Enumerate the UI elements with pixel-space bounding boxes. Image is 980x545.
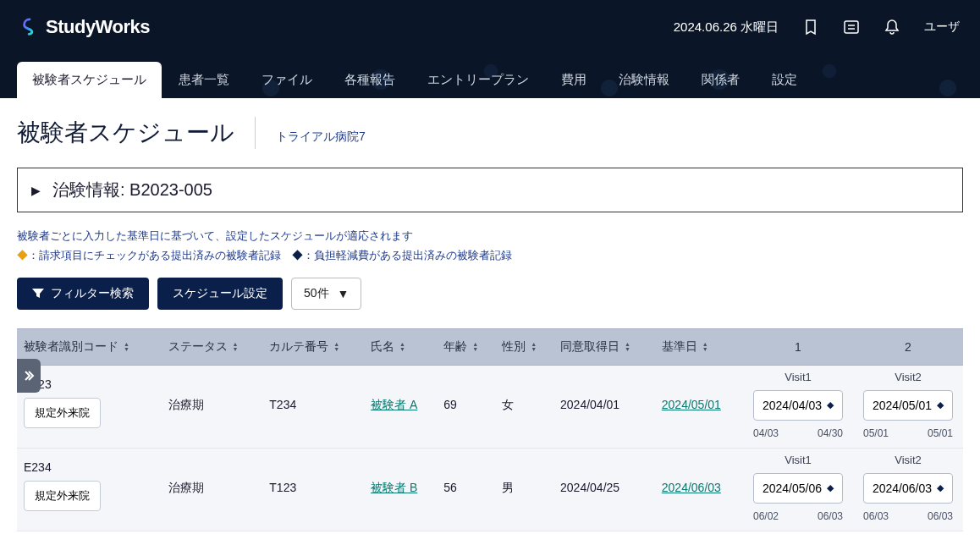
filter-search-button[interactable]: フィルター検索 <box>17 278 149 310</box>
sex-cell: 女 <box>495 365 553 448</box>
sort-icon: ▲▼ <box>233 342 239 352</box>
visit-date-button[interactable]: 2024/06/03 ◆ <box>863 473 953 504</box>
sort-icon: ▲▼ <box>531 342 537 352</box>
age-cell: 56 <box>437 448 495 531</box>
visit-cell: Visit12024/04/03 ◆04/0304/30 <box>743 365 853 448</box>
subject-code: E123 <box>24 377 155 391</box>
col-header-2[interactable]: カルテ番号 ▲▼ <box>262 328 364 365</box>
chevron-down-icon: ▼ <box>338 287 350 300</box>
tab-7[interactable]: 関係者 <box>686 62 755 98</box>
play-icon: ▶ <box>31 184 41 197</box>
visit-date-button[interactable]: 2024/05/01 ◆ <box>863 390 953 421</box>
visit-cell: Visit22024/06/03 ◆06/0306/03 <box>853 448 963 531</box>
bell-icon[interactable] <box>884 19 900 36</box>
name-cell: 被験者 B <box>364 448 437 531</box>
sort-icon: ▲▼ <box>333 342 339 352</box>
diamond-icon: ◆ <box>937 482 944 493</box>
col-header-4[interactable]: 年齢 ▲▼ <box>437 328 495 365</box>
page-size-select[interactable]: 50件 ▼ <box>291 278 361 310</box>
status-cell: 治療期 <box>162 448 263 531</box>
app-logo: StudyWorks <box>20 16 150 38</box>
tab-1[interactable]: 患者一覧 <box>163 62 245 98</box>
visit-range: 05/0105/01 <box>860 427 956 439</box>
visit-date-button[interactable]: 2024/04/03 ◆ <box>753 390 843 421</box>
schedule-settings-button[interactable]: スケジュール設定 <box>157 278 283 310</box>
sort-icon: ▲▼ <box>399 342 405 352</box>
filter-label: フィルター検索 <box>51 286 134 301</box>
table-row: E234規定外来院治療期T123被験者 B56男2024/04/252024/0… <box>17 448 963 531</box>
subject-code: E234 <box>24 460 155 474</box>
filter-icon <box>32 289 44 299</box>
sort-icon: ▲▼ <box>472 342 478 352</box>
trial-info-banner[interactable]: ▶ 治験情報: B2023-005 <box>17 168 963 212</box>
table-header-row: 被験者識別コード ▲▼ステータス ▲▼カルテ番号 ▲▼氏名 ▲▼年齢 ▲▼性別 … <box>17 328 963 365</box>
tab-2[interactable]: ファイル <box>246 62 328 98</box>
tab-8[interactable]: 設定 <box>757 62 812 98</box>
page-size-value: 50件 <box>304 286 329 301</box>
tab-4[interactable]: エントリープラン <box>412 62 544 98</box>
code-cell: E234規定外来院 <box>17 448 162 531</box>
visit-name: Visit1 <box>750 454 846 466</box>
visit-name: Visit1 <box>750 371 846 383</box>
reference-date-link[interactable]: 2024/05/01 <box>662 374 721 411</box>
karte-cell: T234 <box>262 365 364 448</box>
visit-cell: Visit12024/05/06 ◆06/0206/03 <box>743 448 853 531</box>
col-header-5[interactable]: 性別 ▲▼ <box>495 328 553 365</box>
hospital-name: トライアル病院7 <box>276 129 366 145</box>
karte-cell: T123 <box>262 448 364 531</box>
visit-cell: Visit22024/05/01 ◆05/0105/01 <box>853 365 963 448</box>
tab-3[interactable]: 各種報告 <box>329 62 410 98</box>
visit-name: Visit2 <box>860 371 956 383</box>
unscheduled-visit-button[interactable]: 規定外来院 <box>24 398 101 428</box>
visit-range: 06/0306/03 <box>860 510 956 522</box>
page-title: 被験者スケジュール <box>17 117 256 149</box>
tab-0[interactable]: 被験者スケジュール <box>17 62 162 98</box>
col-header-6[interactable]: 同意取得日 ▲▼ <box>553 328 655 365</box>
reference-date-link[interactable]: 2024/06/03 <box>662 457 721 494</box>
subject-name-link[interactable]: 被験者 B <box>371 457 417 496</box>
tab-5[interactable]: 費用 <box>546 62 602 98</box>
col-header-7[interactable]: 基準日 ▲▼ <box>655 328 743 365</box>
status-cell: 治療期 <box>162 365 263 448</box>
diamond-icon: ◆ <box>827 482 834 493</box>
diamond-blue-icon: ◆ <box>292 249 303 261</box>
consent-cell: 2024/04/01 <box>553 365 655 448</box>
sort-icon: ▲▼ <box>124 342 129 352</box>
table-row: E123規定外来院治療期T234被験者 A69女2024/04/012024/0… <box>17 365 963 448</box>
chevron-right-double-icon <box>23 370 35 382</box>
note-text: 被験者ごとに入力した基準日に基づいて、設定したスケジュールが適応されます ◆：請… <box>17 226 963 266</box>
col-header-9[interactable]: 2 <box>853 328 963 365</box>
col-header-1[interactable]: ステータス ▲▼ <box>162 328 263 365</box>
note-line-1: 被験者ごとに入力した基準日に基づいて、設定したスケジュールが適応されます <box>17 226 963 245</box>
bookmark-icon[interactable] <box>802 19 819 36</box>
trial-info-text: 治験情報: B2023-005 <box>52 179 212 201</box>
unscheduled-visit-button[interactable]: 規定外来院 <box>24 481 101 511</box>
note-line-2b: ：負担軽減費がある提出済みの被験者記録 <box>303 249 512 261</box>
visit-range: 06/0206/03 <box>750 510 846 522</box>
schedule-label: スケジュール設定 <box>173 286 267 301</box>
header-date: 2024.06.26 水曜日 <box>674 19 779 36</box>
refdate-cell: 2024/06/03 <box>655 448 743 531</box>
schedule-table: 被験者識別コード ▲▼ステータス ▲▼カルテ番号 ▲▼氏名 ▲▼年齢 ▲▼性別 … <box>17 328 963 531</box>
subject-name-link[interactable]: 被験者 A <box>371 374 417 413</box>
col-header-8[interactable]: 1 <box>743 328 853 365</box>
page-title-row: 被験者スケジュール トライアル病院7 <box>17 117 963 149</box>
consent-cell: 2024/04/25 <box>553 448 655 531</box>
logo-icon <box>20 18 39 36</box>
app-header: StudyWorks 2024.06.26 水曜日 ユーザ <box>0 0 980 54</box>
name-cell: 被験者 A <box>364 365 437 448</box>
notes-icon[interactable] <box>843 19 860 36</box>
toolbar: フィルター検索 スケジュール設定 50件 ▼ <box>17 278 963 310</box>
table-body: E123規定外来院治療期T234被験者 A69女2024/04/012024/0… <box>17 365 963 531</box>
user-menu[interactable]: ユーザ <box>924 19 960 35</box>
visit-range: 04/0304/30 <box>750 427 846 439</box>
col-header-3[interactable]: 氏名 ▲▼ <box>364 328 437 365</box>
diamond-icon: ◆ <box>827 399 834 410</box>
age-cell: 69 <box>437 365 495 448</box>
diamond-icon: ◆ <box>937 399 944 410</box>
expand-panel-button[interactable] <box>17 359 41 393</box>
visit-name: Visit2 <box>860 454 956 466</box>
tab-6[interactable]: 治験情報 <box>603 62 685 98</box>
app-name: StudyWorks <box>46 16 150 38</box>
visit-date-button[interactable]: 2024/05/06 ◆ <box>753 473 843 504</box>
